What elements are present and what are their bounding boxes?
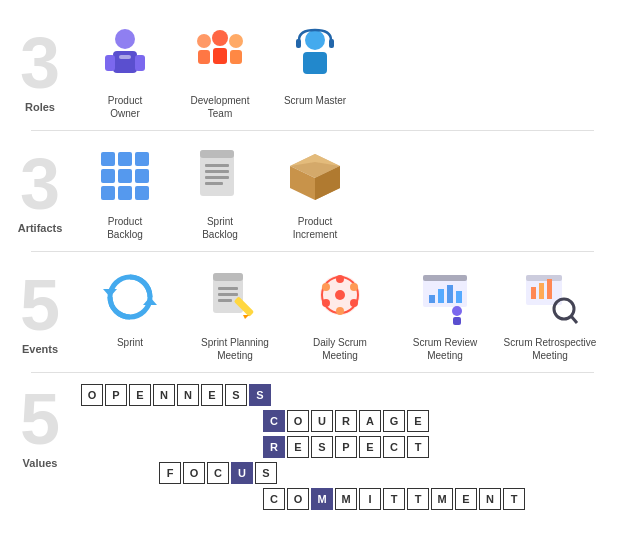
svg-rect-29 [205,182,223,185]
item-dev-team: DevelopmentTeam [175,20,265,120]
crossword-row-openness: O P E N N E S S [80,383,526,407]
events-section-left: 5 Events [10,269,70,355]
cw-cell: N [479,488,501,510]
product-increment-label: ProductIncrement [293,215,337,241]
dev-team-label: DevelopmentTeam [191,94,250,120]
crossword-row-courage: C O U R A G E [80,409,526,433]
cw-cell: M [335,488,357,510]
svg-rect-22 [118,186,132,200]
cw-spacer [211,410,235,432]
cw-cell: M [431,488,453,510]
roles-section: 3 Roles ProductOwner [0,10,625,130]
cw-cell-highlight: R [263,436,285,458]
svg-point-9 [229,34,243,48]
cw-spacer [237,436,261,458]
svg-rect-1 [113,51,137,73]
cw-cell: E [129,384,151,406]
crossword: O P E N N E S S C O U R [80,383,526,513]
svg-point-5 [197,34,211,48]
cw-spacer [185,410,209,432]
item-sprint-planning: Sprint PlanningMeeting [185,262,285,362]
scrum-retro-icon [515,262,585,332]
product-owner-label: ProductOwner [108,94,142,120]
cw-spacer [237,488,261,510]
values-number: 5 [15,383,65,455]
svg-point-49 [322,299,330,307]
sprint-label: Sprint [117,336,143,349]
cw-cell: S [225,384,247,406]
svg-rect-40 [218,299,232,302]
item-sprint: Sprint [80,262,180,349]
cw-cell: S [311,436,333,458]
svg-rect-37 [213,273,243,281]
item-sprint-backlog: SprintBacklog [175,141,265,241]
cw-cell: P [105,384,127,406]
item-daily-scrum: Daily ScrumMeeting [290,262,390,362]
svg-rect-19 [118,169,132,183]
svg-rect-16 [118,152,132,166]
cw-spacer [133,436,157,458]
sprint-icon [95,262,165,332]
cw-cell: O [287,410,309,432]
cw-spacer [159,488,183,510]
artifacts-number: 3 [15,148,65,220]
svg-rect-6 [198,50,210,64]
svg-rect-38 [218,287,238,290]
cw-spacer [81,410,105,432]
values-section-left: 5 Values [10,383,70,469]
sprint-backlog-icon [185,141,255,211]
svg-point-51 [335,290,345,300]
scrum-retro-label: Scrum RetrospectiveMeeting [504,336,597,362]
cw-cell: O [287,488,309,510]
cw-cell: P [335,436,357,458]
values-section: 5 Values O P E N N E S S [0,373,625,523]
daily-scrum-icon [305,262,375,332]
svg-rect-18 [101,169,115,183]
svg-rect-59 [453,317,461,325]
sprint-planning-icon [200,262,270,332]
crossword-row-commitment: C O M M I T T M E N T [80,487,526,511]
scrum-review-label: Scrum ReviewMeeting [413,336,477,362]
cw-cell: F [159,462,181,484]
cw-cell: E [359,436,381,458]
cw-cell-highlight: S [249,384,271,406]
svg-rect-21 [101,186,115,200]
cw-spacer [133,488,157,510]
cw-cell: G [383,410,405,432]
scrum-master-label: Scrum Master [284,94,346,107]
dev-team-icon [185,20,255,90]
scrum-master-icon [280,20,350,90]
sprint-backlog-label: SprintBacklog [202,215,238,241]
product-increment-icon [280,141,350,211]
item-product-owner: ProductOwner [80,20,170,120]
roles-number: 3 [15,27,65,99]
cw-cell: O [183,462,205,484]
cw-spacer [159,436,183,458]
cw-spacer [81,462,105,484]
svg-rect-17 [135,152,149,166]
svg-marker-42 [243,315,249,319]
crossword-row-focus: F O C U S [80,461,526,485]
cw-cell: C [263,488,285,510]
svg-rect-64 [547,279,552,299]
svg-point-46 [350,283,358,291]
cw-cell: C [383,436,405,458]
cw-cell: E [455,488,477,510]
cw-cell: N [153,384,175,406]
svg-line-66 [571,316,577,323]
cw-spacer [107,488,131,510]
roles-items: ProductOwner DevelopmentTeam [70,20,625,120]
artifacts-section-left: 3 Artifacts [10,148,70,234]
cw-cell-highlight: U [231,462,253,484]
svg-rect-28 [205,176,229,179]
svg-rect-4 [119,55,131,59]
roles-section-left: 3 Roles [10,27,70,113]
product-backlog-icon [90,141,160,211]
svg-rect-27 [205,170,229,173]
svg-rect-13 [296,39,301,48]
values-label: Values [23,457,58,469]
svg-rect-54 [429,295,435,303]
svg-marker-35 [143,297,157,305]
cw-cell: S [255,462,277,484]
svg-rect-3 [135,55,145,71]
